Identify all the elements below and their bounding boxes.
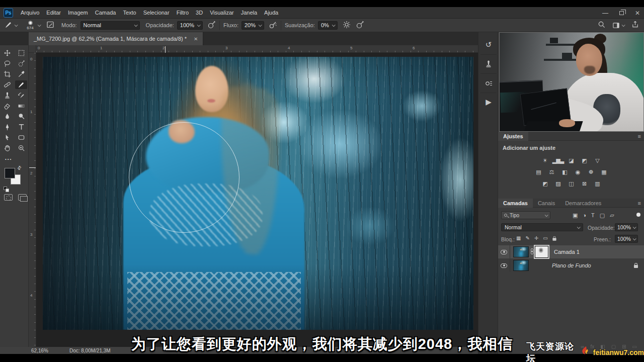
brush-tool[interactable] bbox=[15, 80, 27, 89]
search-icon[interactable] bbox=[598, 21, 605, 30]
visibility-toggle[interactable] bbox=[498, 245, 510, 258]
history-brush-tool[interactable] bbox=[15, 91, 27, 100]
path-selection-tool[interactable] bbox=[1, 133, 13, 142]
workspace-switcher[interactable] bbox=[612, 22, 624, 29]
flow-input[interactable]: 20% bbox=[242, 21, 264, 30]
airbrush-icon[interactable] bbox=[269, 21, 277, 30]
vibrance-icon[interactable]: ▽ bbox=[593, 157, 602, 164]
default-colors-icon[interactable] bbox=[4, 187, 10, 193]
dodge-tool[interactable] bbox=[15, 112, 27, 121]
brightness-contrast-icon[interactable]: ☀ bbox=[541, 157, 549, 164]
move-tool[interactable] bbox=[1, 49, 13, 57]
crop-tool[interactable] bbox=[1, 70, 13, 78]
layer-row-camada-1[interactable]: Camada 1 bbox=[498, 245, 644, 258]
lock-pixels-icon[interactable]: ✎ bbox=[525, 235, 529, 241]
filter-adjustment-icon[interactable]: ◑ bbox=[583, 212, 586, 219]
menu-editar[interactable]: Editar bbox=[43, 10, 64, 16]
layer-filter-select[interactable]: Tipo bbox=[501, 211, 550, 219]
menu-ajuda[interactable]: Ajuda bbox=[261, 10, 282, 16]
filter-toggle-icon[interactable] bbox=[636, 213, 640, 217]
horizontal-ruler[interactable]: 0 1 2 3 4 5 6 bbox=[36, 45, 478, 53]
posterize-icon[interactable]: ▨ bbox=[554, 180, 562, 187]
panel-menu-icon[interactable]: ≡ bbox=[638, 133, 641, 139]
photo-document[interactable] bbox=[43, 57, 473, 330]
pen-tool[interactable] bbox=[1, 123, 13, 131]
filter-smart-object-icon[interactable]: ▱ bbox=[610, 212, 614, 219]
channel-mixer-icon[interactable]: ❁ bbox=[587, 168, 595, 175]
menu-imagem[interactable]: Imagem bbox=[64, 10, 92, 16]
edit-toolbar-dots-icon[interactable]: ••• bbox=[5, 157, 12, 161]
quick-mask-button[interactable] bbox=[4, 194, 13, 201]
restore-button[interactable] bbox=[619, 11, 624, 15]
gradient-tool[interactable] bbox=[15, 102, 27, 110]
lock-position-icon[interactable]: ✛ bbox=[534, 235, 538, 241]
color-balance-icon[interactable]: ⚖ bbox=[547, 168, 556, 175]
history-panel-icon[interactable]: ↺ bbox=[482, 38, 495, 51]
tab-ajustes[interactable]: Ajustes bbox=[498, 132, 528, 141]
zoom-tool[interactable] bbox=[15, 144, 27, 152]
layer-fill-input[interactable]: 100% bbox=[615, 235, 638, 243]
canvas-area[interactable] bbox=[36, 53, 478, 347]
invert-icon[interactable]: ◩ bbox=[541, 180, 549, 187]
menu-filtro[interactable]: Filtro bbox=[173, 10, 192, 16]
blend-mode-select[interactable]: Normal bbox=[80, 21, 140, 30]
layer-thumbnail[interactable] bbox=[513, 246, 529, 257]
eyedropper-tool[interactable] bbox=[15, 70, 27, 78]
layer-name[interactable]: Camada 1 bbox=[554, 249, 580, 255]
actions-panel-icon[interactable]: ▶ bbox=[482, 96, 495, 109]
brush-settings-panel-icon[interactable] bbox=[482, 76, 495, 89]
gradient-map-icon[interactable]: ⊠ bbox=[580, 180, 589, 187]
smoothing-input[interactable]: 0% bbox=[318, 21, 338, 30]
brush-preset-picker[interactable]: 674 bbox=[24, 21, 36, 30]
toggle-brush-panel-icon[interactable] bbox=[46, 21, 54, 30]
visibility-toggle[interactable] bbox=[498, 259, 510, 272]
black-white-icon[interactable]: ◧ bbox=[560, 168, 569, 175]
threshold-icon[interactable]: ◫ bbox=[567, 180, 576, 187]
menu-texto[interactable]: Texto bbox=[119, 10, 139, 16]
smoothing-gear-icon[interactable] bbox=[343, 21, 351, 30]
curves-icon[interactable]: ◪ bbox=[567, 157, 576, 164]
lock-all-icon[interactable] bbox=[552, 238, 556, 240]
marquee-tool[interactable] bbox=[15, 49, 27, 57]
menu-janela[interactable]: Janela bbox=[237, 10, 261, 16]
photo-filter-icon[interactable]: ◉ bbox=[574, 168, 582, 175]
shape-tool[interactable] bbox=[15, 133, 27, 142]
mask-link-icon[interactable] bbox=[530, 248, 533, 255]
hand-tool[interactable] bbox=[1, 144, 13, 152]
screen-mode-button[interactable] bbox=[18, 194, 27, 201]
brush-preset-chevron-icon[interactable] bbox=[15, 23, 18, 27]
layer-name[interactable]: Plano de Fundo bbox=[552, 262, 591, 268]
exposure-icon[interactable]: ◩ bbox=[580, 157, 589, 164]
brush-tool-icon[interactable] bbox=[5, 21, 13, 30]
filter-shape-icon[interactable]: ▢ bbox=[600, 212, 605, 219]
eraser-tool[interactable] bbox=[1, 102, 13, 110]
selective-color-icon[interactable]: ▥ bbox=[593, 180, 602, 187]
layer-blend-mode-select[interactable]: Normal bbox=[501, 223, 583, 231]
levels-icon[interactable]: ▂▆▃ bbox=[554, 157, 562, 164]
menu-3d[interactable]: 3D bbox=[192, 10, 206, 16]
share-icon[interactable] bbox=[631, 21, 639, 30]
lasso-tool[interactable] bbox=[1, 59, 13, 68]
clone-stamp-tool[interactable] bbox=[1, 91, 13, 100]
ruler-corner[interactable] bbox=[29, 45, 36, 53]
panel-menu-icon[interactable]: ≡ bbox=[638, 200, 641, 206]
document-tab[interactable]: _MG_7200.jpg @ 62,2% (Camada 1, Máscara … bbox=[29, 32, 203, 45]
type-tool[interactable] bbox=[15, 123, 27, 131]
tab-canais[interactable]: Canais bbox=[533, 200, 560, 206]
quick-selection-tool[interactable] bbox=[15, 59, 27, 68]
menu-visualizar[interactable]: Visualizar bbox=[206, 10, 237, 16]
close-tab-icon[interactable]: ✕ bbox=[194, 36, 198, 42]
lock-artboard-icon[interactable]: ▭ bbox=[543, 235, 547, 241]
layer-thumbnail[interactable] bbox=[513, 260, 529, 271]
color-lookup-icon[interactable]: ▦ bbox=[600, 168, 608, 175]
vertical-ruler[interactable]: 0 1 2 3 4 bbox=[29, 53, 36, 347]
menu-camada[interactable]: Camada bbox=[92, 10, 120, 16]
tab-camadas[interactable]: Camadas bbox=[498, 199, 533, 208]
close-button[interactable]: ✕ bbox=[635, 10, 640, 16]
hue-saturation-icon[interactable]: ▤ bbox=[534, 168, 543, 175]
filter-image-icon[interactable]: ▣ bbox=[573, 212, 578, 219]
layer-opacity-input[interactable]: 100% bbox=[615, 223, 638, 231]
menu-arquivo[interactable]: Arquivo bbox=[17, 10, 43, 16]
foreground-color-swatch[interactable] bbox=[5, 168, 15, 178]
minimize-button[interactable]: — bbox=[602, 10, 608, 16]
